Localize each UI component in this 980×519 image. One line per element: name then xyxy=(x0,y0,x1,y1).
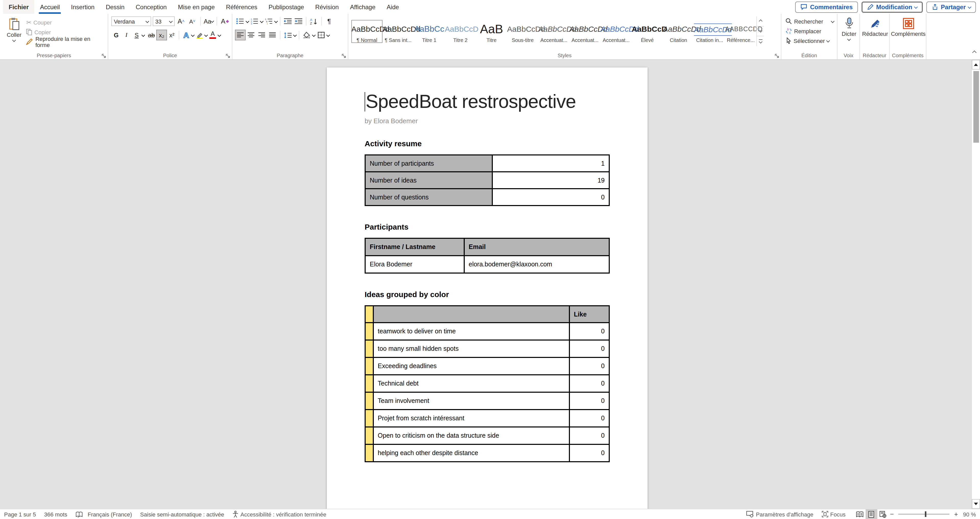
grow-font-button[interactable]: A˄ xyxy=(176,16,186,26)
select-button[interactable]: Sélectionner xyxy=(784,36,835,46)
highlight-button[interactable] xyxy=(194,30,204,40)
style-sous-titre[interactable]: AaBbCcDdSous-titre xyxy=(507,20,538,43)
participants-heading[interactable]: Participants xyxy=(364,222,610,231)
tab-dessin[interactable]: Dessin xyxy=(100,0,130,14)
style-citation-intense[interactable]: AaBbCcDdCitation in... xyxy=(694,20,725,43)
tab-references[interactable]: Références xyxy=(220,0,263,14)
zoom-level[interactable]: 90 % xyxy=(963,511,976,517)
clear-formatting-button[interactable]: A◆ xyxy=(220,16,230,26)
dictate-button[interactable]: Dicter xyxy=(841,16,858,42)
color-cell[interactable] xyxy=(365,392,373,410)
table-cell[interactable]: 19 xyxy=(493,172,609,189)
table-cell[interactable]: Technical debt xyxy=(373,375,569,392)
color-cell[interactable] xyxy=(365,306,373,323)
styles-gallery-expand[interactable] xyxy=(757,37,764,46)
italic-button[interactable]: I xyxy=(121,30,131,40)
table-header-cell[interactable] xyxy=(373,306,569,323)
tab-fichier[interactable]: Fichier xyxy=(3,0,35,14)
sort-button[interactable]: AZ xyxy=(309,16,319,26)
bullets-button[interactable] xyxy=(235,16,245,26)
comments-button[interactable]: Commentaires xyxy=(795,1,858,13)
tab-revision[interactable]: Révision xyxy=(310,0,344,14)
styles-scroll-up[interactable] xyxy=(757,16,764,26)
subscript-button[interactable]: x₂ xyxy=(157,30,167,40)
cut-button[interactable]: ✂ Couper xyxy=(25,18,106,27)
paste-button[interactable]: Coller xyxy=(3,16,25,51)
table-cell[interactable]: Projet from scratch intéressant xyxy=(373,410,569,427)
chevron-down-icon[interactable] xyxy=(274,19,278,23)
table-cell[interactable]: 0 xyxy=(570,444,609,462)
table-cell[interactable]: 0 xyxy=(570,358,609,375)
table-cell[interactable]: 0 xyxy=(570,410,609,427)
table-cell[interactable]: 0 xyxy=(570,375,609,392)
share-button[interactable]: Partager xyxy=(927,1,976,13)
chevron-down-icon[interactable] xyxy=(312,33,316,37)
style-normal[interactable]: AaBbCcDd¶ Normal xyxy=(352,20,382,43)
styles-scroll-down[interactable] xyxy=(757,26,764,36)
numbering-button[interactable]: 123 xyxy=(250,16,259,26)
table-header-cell[interactable]: Firstname / Lastname xyxy=(365,238,464,256)
strikethrough-button[interactable]: ab xyxy=(146,30,156,40)
style-accentuation-3[interactable]: AaBbCcDdAccentuat... xyxy=(601,20,632,43)
table-cell[interactable]: Team involvement xyxy=(373,392,569,410)
chevron-down-icon[interactable] xyxy=(204,33,208,37)
style-accentuation-1[interactable]: AaBbCcDdAccentuat... xyxy=(538,20,570,43)
table-header-cell[interactable]: Email xyxy=(464,238,609,256)
font-size-select[interactable]: 33 xyxy=(153,16,175,26)
accessibility-status[interactable]: Accessibilité : vérification terminée xyxy=(232,511,326,518)
style-eleve[interactable]: AaBbCcDÉlevé xyxy=(632,20,663,43)
chevron-down-icon[interactable] xyxy=(246,19,249,23)
table-cell[interactable]: helping each other despite distance xyxy=(373,444,569,462)
table-cell[interactable]: Elora Bodemer xyxy=(365,256,464,273)
align-left-button[interactable] xyxy=(235,30,245,40)
find-button[interactable]: Rechercher xyxy=(784,16,835,26)
tab-conception[interactable]: Conception xyxy=(130,0,172,14)
paragraph-dialog-launcher[interactable] xyxy=(342,54,346,58)
justify-button[interactable] xyxy=(267,30,277,40)
addins-button[interactable]: Compléments xyxy=(892,16,924,38)
style-titre-1[interactable]: AaBbCcTitre 1 xyxy=(414,20,445,43)
style-accentuation-2[interactable]: AaBbCcDdAccentuat... xyxy=(570,20,601,43)
style-titre[interactable]: AaBTitre xyxy=(476,20,507,43)
multilevel-list-button[interactable]: 1ai xyxy=(264,16,274,26)
text-effects-button[interactable]: A xyxy=(181,30,191,40)
table-cell[interactable]: elora.bodemer@klaxoon.com xyxy=(464,256,609,273)
activity-heading[interactable]: Activity resume xyxy=(364,139,610,148)
decrease-indent-button[interactable] xyxy=(283,16,293,26)
color-cell[interactable] xyxy=(365,358,373,375)
increase-indent-button[interactable] xyxy=(294,16,303,26)
replace-button[interactable]: bc Remplacer xyxy=(784,26,835,36)
borders-button[interactable] xyxy=(316,30,326,40)
table-cell[interactable]: Number of questions xyxy=(365,189,493,206)
color-cell[interactable] xyxy=(365,410,373,427)
chevron-down-icon[interactable] xyxy=(260,19,264,23)
participants-table[interactable]: Firstname / Lastname Email Elora Bodemer… xyxy=(364,238,610,273)
word-count[interactable]: 366 mots xyxy=(44,511,67,517)
color-cell[interactable] xyxy=(365,323,373,340)
color-cell[interactable] xyxy=(365,427,373,444)
ideas-table[interactable]: Like teamwork to deliver on time 0 too m… xyxy=(364,305,610,462)
table-cell[interactable]: too many small hidden spots xyxy=(373,340,569,358)
tab-insertion[interactable]: Insertion xyxy=(65,0,100,14)
collapse-ribbon-button[interactable] xyxy=(973,48,976,57)
table-cell[interactable]: 0 xyxy=(570,323,609,340)
tab-accueil[interactable]: Accueil xyxy=(35,0,65,14)
line-spacing-button[interactable] xyxy=(283,30,293,40)
zoom-in-icon[interactable]: + xyxy=(953,510,959,518)
tab-mise-en-page[interactable]: Mise en page xyxy=(172,0,220,14)
pilcrow-button[interactable]: ¶ xyxy=(324,16,334,26)
document-page[interactable]: SpeedBoat restrospective by Elora Bodeme… xyxy=(327,67,648,509)
page-indicator[interactable]: Page 1 sur 5 xyxy=(4,511,36,517)
table-cell[interactable]: 0 xyxy=(570,427,609,444)
scrollbar-thumb[interactable] xyxy=(974,71,979,143)
style-citation[interactable]: AaBbCcDdCitation xyxy=(663,20,694,43)
align-center-button[interactable] xyxy=(246,30,256,40)
ideas-heading[interactable]: Ideas grouped by color xyxy=(364,290,610,299)
font-name-select[interactable]: Verdana xyxy=(111,16,151,26)
vertical-scrollbar[interactable] xyxy=(971,60,980,509)
tab-affichage[interactable]: Affichage xyxy=(344,0,381,14)
font-dialog-launcher[interactable] xyxy=(226,54,230,58)
print-layout-button[interactable] xyxy=(865,509,877,519)
style-reference[interactable]: AABBCCDDRéférence... xyxy=(725,20,756,43)
table-cell[interactable]: Number of participants xyxy=(365,155,493,172)
